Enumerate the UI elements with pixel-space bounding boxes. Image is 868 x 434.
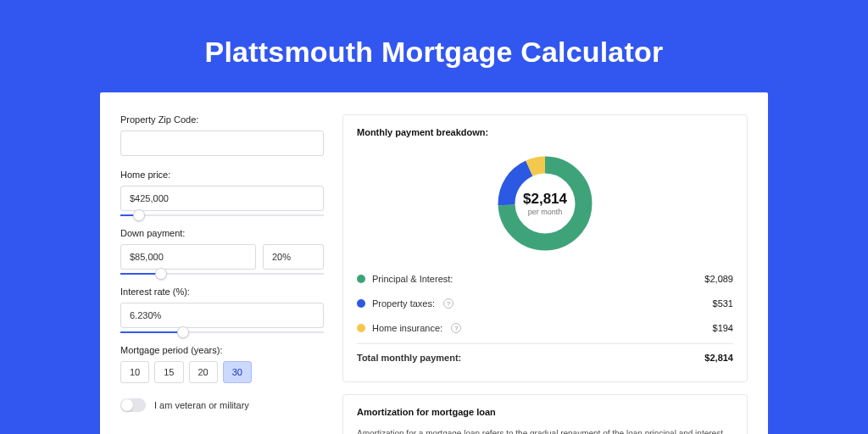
amortization-text: Amortization for a mortgage loan refers … xyxy=(357,427,733,434)
donut-value: $2,814 xyxy=(523,191,567,208)
veteran-label: I am veteran or military xyxy=(154,400,249,410)
period-button-20[interactable]: 20 xyxy=(189,361,218,383)
results-panel: Monthly payment breakdown: $2,814 per mo… xyxy=(342,114,748,434)
interest-rate-slider-thumb[interactable] xyxy=(177,326,189,338)
home-price-slider[interactable] xyxy=(120,214,324,216)
legend-value: $2,089 xyxy=(704,274,733,284)
legend-value: $194 xyxy=(713,323,733,333)
legend-label: Property taxes: xyxy=(372,298,435,309)
down-payment-input[interactable] xyxy=(120,244,256,270)
help-icon[interactable]: ? xyxy=(443,298,453,309)
legend-value: $531 xyxy=(713,298,733,309)
down-payment-slider[interactable] xyxy=(120,273,324,275)
period-button-15[interactable]: 15 xyxy=(154,361,183,383)
legend-label: Home insurance: xyxy=(372,323,442,333)
page-title: Plattsmouth Mortgage Calculator xyxy=(0,0,868,92)
legend-dot-icon xyxy=(357,299,365,308)
total-label: Total monthly payment: xyxy=(357,353,461,363)
veteran-toggle[interactable] xyxy=(120,398,146,412)
home-price-input[interactable] xyxy=(120,186,324,211)
interest-rate-input[interactable] xyxy=(120,303,324,328)
period-buttons: 10152030 xyxy=(120,361,324,383)
breakdown-title: Monthly payment breakdown: xyxy=(357,127,733,137)
calculator-card: Property Zip Code: Home price: Down paym… xyxy=(100,92,768,434)
legend-label: Principal & Interest: xyxy=(372,274,453,284)
legend-row: Property taxes:?$531 xyxy=(357,291,733,315)
donut-sublabel: per month xyxy=(528,208,563,216)
legend-dot-icon xyxy=(357,275,365,283)
legend-dot-icon xyxy=(357,324,365,332)
amortization-card: Amortization for mortgage loan Amortizat… xyxy=(342,394,748,434)
donut-chart: $2,814 per month xyxy=(494,153,596,254)
down-payment-label: Down payment: xyxy=(120,228,324,238)
period-label: Mortgage period (years): xyxy=(120,345,324,355)
legend-row: Principal & Interest:$2,089 xyxy=(357,266,733,291)
total-row: Total monthly payment: $2,814 xyxy=(357,343,733,370)
veteran-toggle-knob xyxy=(121,399,133,411)
interest-rate-label: Interest rate (%): xyxy=(120,287,324,297)
total-value: $2,814 xyxy=(704,353,733,363)
breakdown-card: Monthly payment breakdown: $2,814 per mo… xyxy=(342,114,748,382)
down-payment-slider-thumb[interactable] xyxy=(155,268,167,280)
interest-rate-slider[interactable] xyxy=(120,331,324,333)
zip-input[interactable] xyxy=(120,131,324,156)
interest-rate-slider-fill xyxy=(120,331,183,333)
legend-row: Home insurance:?$194 xyxy=(357,315,733,340)
home-price-label: Home price: xyxy=(120,170,324,180)
period-button-10[interactable]: 10 xyxy=(120,361,149,383)
home-price-slider-thumb[interactable] xyxy=(133,209,145,221)
help-icon[interactable]: ? xyxy=(451,323,461,333)
amortization-title: Amortization for mortgage loan xyxy=(357,407,733,417)
zip-label: Property Zip Code: xyxy=(120,114,324,125)
down-payment-pct-input[interactable] xyxy=(263,244,324,270)
form-panel: Property Zip Code: Home price: Down paym… xyxy=(120,114,324,434)
period-button-30[interactable]: 30 xyxy=(223,361,252,383)
